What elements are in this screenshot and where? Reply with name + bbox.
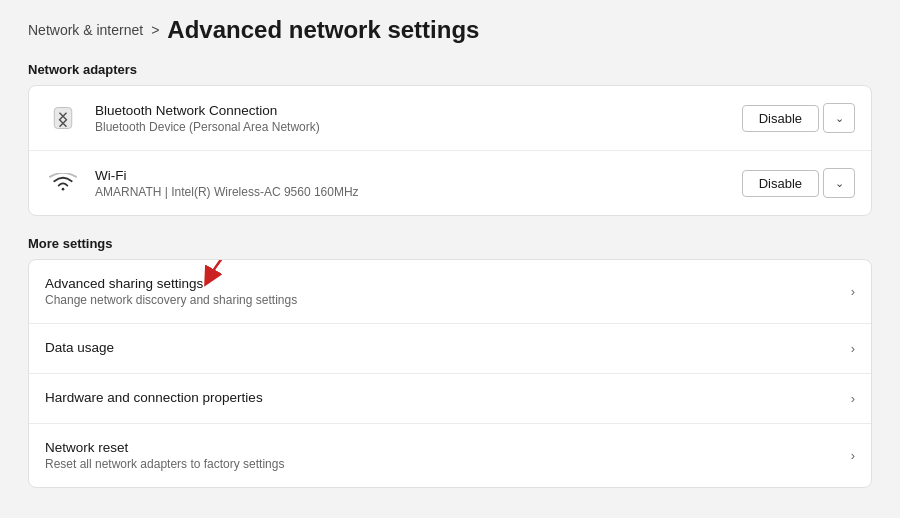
data-usage-row[interactable]: Data usage ›: [29, 324, 871, 374]
bluetooth-adapter-actions: Disable ⌄: [742, 103, 855, 133]
bluetooth-disable-button[interactable]: Disable: [742, 105, 819, 132]
hardware-connection-row[interactable]: Hardware and connection properties ›: [29, 374, 871, 424]
bluetooth-adapter-desc: Bluetooth Device (Personal Area Network): [95, 120, 742, 134]
page-title: Advanced network settings: [167, 16, 479, 44]
wifi-adapter-actions: Disable ⌄: [742, 168, 855, 198]
hardware-connection-title: Hardware and connection properties: [45, 390, 851, 405]
more-settings-label: More settings: [28, 236, 872, 251]
wifi-chevron-down-icon: ⌄: [835, 177, 844, 190]
wifi-expand-button[interactable]: ⌄: [823, 168, 855, 198]
more-settings-group: Advanced sharing settings Change network…: [28, 259, 872, 488]
svg-rect-0: [54, 108, 72, 129]
advanced-sharing-row[interactable]: Advanced sharing settings Change network…: [29, 260, 871, 324]
data-usage-title: Data usage: [45, 340, 851, 355]
hardware-connection-info: Hardware and connection properties: [45, 390, 851, 407]
data-usage-info: Data usage: [45, 340, 851, 357]
advanced-sharing-desc: Change network discovery and sharing set…: [45, 293, 851, 307]
bluetooth-adapter-info: Bluetooth Network Connection Bluetooth D…: [95, 103, 742, 134]
breadcrumb-parent[interactable]: Network & internet: [28, 22, 143, 38]
network-adapters-group: Bluetooth Network Connection Bluetooth D…: [28, 85, 872, 216]
network-reset-title: Network reset: [45, 440, 851, 455]
wifi-adapter-desc: AMARNATH | Intel(R) Wireless-AC 9560 160…: [95, 185, 742, 199]
wifi-adapter-name: Wi-Fi: [95, 168, 742, 183]
wifi-adapter-row: Wi-Fi AMARNATH | Intel(R) Wireless-AC 95…: [29, 151, 871, 215]
breadcrumb-separator: >: [151, 22, 159, 38]
wifi-icon: [45, 165, 81, 201]
advanced-sharing-title: Advanced sharing settings: [45, 276, 851, 291]
advanced-sharing-info: Advanced sharing settings Change network…: [45, 276, 851, 307]
wifi-adapter-info: Wi-Fi AMARNATH | Intel(R) Wireless-AC 95…: [95, 168, 742, 199]
bluetooth-expand-button[interactable]: ⌄: [823, 103, 855, 133]
data-usage-chevron-icon: ›: [851, 341, 855, 356]
bluetooth-chevron-down-icon: ⌄: [835, 112, 844, 125]
hardware-connection-chevron-icon: ›: [851, 391, 855, 406]
page-container: Network & internet > Advanced network se…: [0, 0, 900, 518]
bluetooth-adapter-row: Bluetooth Network Connection Bluetooth D…: [29, 86, 871, 151]
breadcrumb: Network & internet > Advanced network se…: [28, 16, 872, 44]
advanced-sharing-chevron-icon: ›: [851, 284, 855, 299]
bluetooth-icon: [45, 100, 81, 136]
network-reset-chevron-icon: ›: [851, 448, 855, 463]
network-reset-row[interactable]: Network reset Reset all network adapters…: [29, 424, 871, 487]
bluetooth-adapter-name: Bluetooth Network Connection: [95, 103, 742, 118]
network-reset-desc: Reset all network adapters to factory se…: [45, 457, 851, 471]
wifi-disable-button[interactable]: Disable: [742, 170, 819, 197]
network-reset-info: Network reset Reset all network adapters…: [45, 440, 851, 471]
network-adapters-label: Network adapters: [28, 62, 872, 77]
